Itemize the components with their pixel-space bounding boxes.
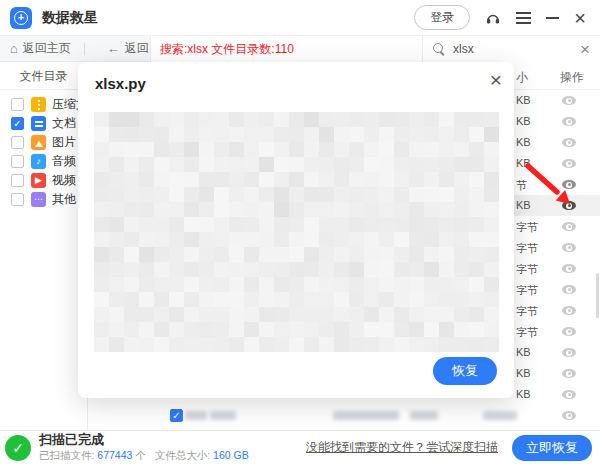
- blurred-text: [483, 411, 517, 420]
- preview-eye-icon[interactable]: [562, 285, 576, 294]
- sidebar-item-other[interactable]: ⋯其他: [0, 190, 87, 209]
- eye-glyph: [562, 201, 576, 210]
- headset-icon[interactable]: [485, 11, 501, 25]
- sidebar-item-image[interactable]: 图片: [0, 133, 87, 152]
- eye-pupil: [568, 393, 571, 396]
- other-glyph: ⋯: [34, 195, 43, 204]
- sidebar-item-label: 视频: [52, 172, 76, 189]
- preview-eye-icon[interactable]: [562, 180, 576, 189]
- preview-eye-icon[interactable]: [562, 222, 576, 231]
- scan-complete-icon: ✓: [5, 435, 31, 461]
- eye-glyph: [562, 243, 576, 252]
- preview-eye-icon[interactable]: [562, 411, 576, 420]
- search-icon: [433, 43, 445, 55]
- preview-eye-icon[interactable]: [562, 369, 576, 378]
- file-size-partial: 字节: [516, 220, 538, 235]
- preview-eye-icon[interactable]: [562, 264, 576, 273]
- table-row[interactable]: ✓: [88, 405, 600, 426]
- toolbar: ⌂ 返回主页 ← 返回 搜索:xlsx 文件目录数:110 ×: [0, 36, 600, 62]
- checkbox[interactable]: [11, 136, 24, 149]
- eye-pupil: [568, 99, 571, 102]
- eye-glyph: [562, 327, 576, 336]
- preview-eye-icon[interactable]: [562, 243, 576, 252]
- recover-button[interactable]: 恢复: [433, 357, 497, 385]
- zipper-glyph: [38, 100, 40, 110]
- file-size-partial: KB: [516, 94, 531, 106]
- checkbox[interactable]: [11, 155, 24, 168]
- menu-icon[interactable]: [516, 12, 531, 24]
- eye-pupil: [568, 141, 571, 144]
- eye-pupil: [568, 267, 571, 270]
- preview-eye-icon[interactable]: [562, 96, 576, 105]
- minimize-button[interactable]: [546, 17, 559, 19]
- file-size-partial: KB: [516, 157, 531, 169]
- checkbox[interactable]: ✓: [11, 117, 24, 130]
- blurred-text: [410, 411, 438, 420]
- preview-eye-icon[interactable]: [562, 306, 576, 315]
- app-title: 数据救星: [42, 9, 98, 27]
- search-box[interactable]: ×: [423, 36, 600, 62]
- blurred-text: [333, 411, 399, 420]
- app-logo-icon: ✓ +: [10, 7, 32, 29]
- back-button[interactable]: ← 返回: [85, 40, 149, 57]
- close-button[interactable]: ×: [574, 8, 586, 28]
- eye-glyph: [562, 159, 576, 168]
- eye-pupil: [568, 372, 571, 375]
- scan-summary: 已扫描文件: 677443 个 文件总大小: 160 GB: [39, 449, 249, 463]
- titlebar: ✓ + 数据救星 登录 ×: [0, 0, 600, 36]
- document-icon: [31, 116, 46, 131]
- file-size-partial: 字节: [516, 283, 538, 298]
- sidebar-item-label: 音频: [52, 153, 76, 170]
- eye-pupil: [568, 288, 571, 291]
- total-size: 160 GB: [213, 449, 249, 461]
- login-button[interactable]: 登录: [414, 5, 470, 30]
- action-column-header: 操作: [560, 69, 584, 86]
- eye-glyph: [562, 138, 576, 147]
- home-icon: ⌂: [10, 42, 18, 55]
- row-checkbox[interactable]: ✓: [170, 409, 183, 422]
- file-size-partial: KB: [516, 388, 531, 400]
- checkbox[interactable]: [11, 98, 24, 111]
- video-icon: ▶: [31, 173, 46, 188]
- sidebar-item-video[interactable]: ▶视频: [0, 171, 87, 190]
- sidebar-item-audio[interactable]: ♪音频: [0, 152, 87, 171]
- sidebar-item-zip-file[interactable]: 压缩文件: [0, 95, 87, 114]
- preview-eye-icon[interactable]: [562, 201, 576, 210]
- sidebar-header: 文件目录: [0, 62, 87, 90]
- eye-glyph: [562, 117, 576, 126]
- preview-eye-icon[interactable]: [562, 138, 576, 147]
- file-size-partial: KB: [516, 346, 531, 358]
- eye-glyph: [562, 264, 576, 273]
- app-window: ✓ + 数据救星 登录 × ⌂ 返回主页 ← 返回 搜索: [0, 0, 600, 464]
- eye-pupil: [568, 204, 571, 207]
- file-size-partial: 字节: [516, 241, 538, 256]
- sidebar-list: 压缩文件✓文档图片♪音频▶视频⋯其他: [0, 90, 87, 209]
- dialog-close-icon[interactable]: ×: [490, 69, 502, 90]
- preview-eye-icon[interactable]: [562, 117, 576, 126]
- back-arrow-icon: ←: [107, 42, 120, 55]
- file-size-partial: 字节: [516, 304, 538, 319]
- preview-eye-icon[interactable]: [562, 390, 576, 399]
- eye-pupil: [568, 183, 571, 186]
- back-home-button[interactable]: ⌂ 返回主页: [0, 40, 84, 57]
- search-input[interactable]: [453, 42, 563, 56]
- preview-eye-icon[interactable]: [562, 348, 576, 357]
- eye-glyph: [562, 348, 576, 357]
- sidebar-item-document[interactable]: ✓文档: [0, 114, 87, 133]
- sidebar: 文件目录 压缩文件✓文档图片♪音频▶视频⋯其他: [0, 62, 88, 430]
- clear-search-icon[interactable]: ×: [580, 41, 590, 58]
- search-result-summary-panel: 搜索:xlsx 文件目录数:110: [150, 36, 423, 62]
- preview-eye-icon[interactable]: [562, 327, 576, 336]
- eye-glyph: [562, 306, 576, 315]
- eye-pupil: [568, 309, 571, 312]
- checkbox[interactable]: [11, 193, 24, 206]
- file-size-partial: KB: [516, 199, 531, 211]
- eye-glyph: [562, 411, 576, 420]
- file-size-partial: KB: [516, 136, 531, 148]
- preview-eye-icon[interactable]: [562, 159, 576, 168]
- preview-dialog: xlsx.py × 恢复: [78, 62, 514, 398]
- checkbox[interactable]: [11, 174, 24, 187]
- deep-scan-link[interactable]: 没能找到需要的文件？尝试深度扫描: [306, 439, 498, 456]
- scrollbar-thumb[interactable]: [596, 273, 599, 318]
- recover-now-button[interactable]: 立即恢复: [512, 435, 592, 461]
